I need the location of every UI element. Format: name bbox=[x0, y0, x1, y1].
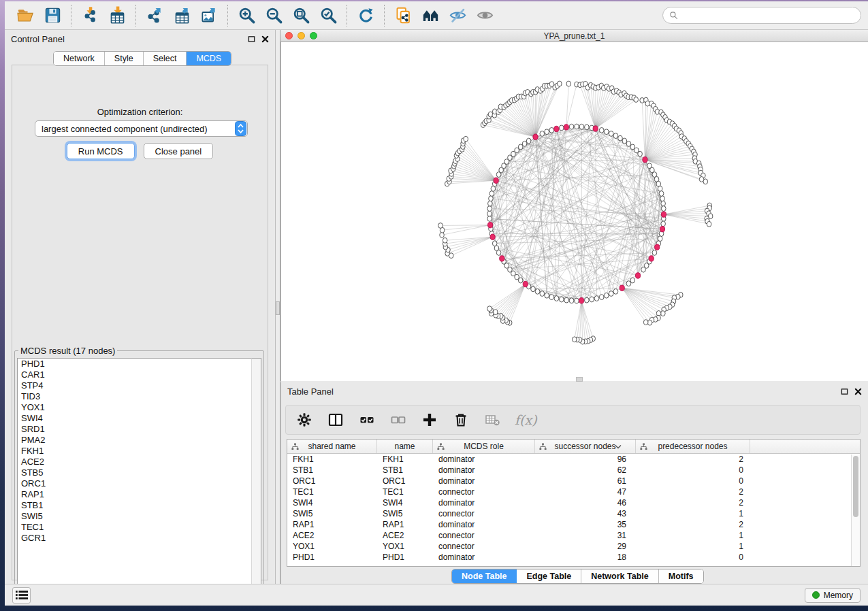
cell-MCDS-role[interactable]: dominator bbox=[433, 552, 535, 563]
cell-shared-name[interactable]: PHD1 bbox=[287, 552, 377, 563]
graph-node[interactable] bbox=[661, 221, 666, 227]
cell-predecessor-nodes[interactable]: 1 bbox=[636, 541, 750, 552]
graph-hub-node[interactable] bbox=[487, 222, 492, 228]
tab-network[interactable]: Network bbox=[54, 52, 105, 65]
graph-node[interactable] bbox=[554, 296, 559, 301]
task-history-button[interactable] bbox=[12, 587, 31, 604]
table-row[interactable]: RAP1RAP1dominator352 bbox=[287, 519, 860, 530]
graph-hub-node[interactable] bbox=[500, 256, 504, 261]
graph-node[interactable] bbox=[575, 124, 579, 129]
cell-shared-name[interactable]: FKH1 bbox=[287, 454, 377, 465]
cell-shared-name[interactable]: STB1 bbox=[287, 465, 377, 476]
graph-node[interactable] bbox=[661, 201, 666, 206]
graph-hub-node[interactable] bbox=[533, 134, 538, 139]
settings-button[interactable] bbox=[294, 409, 315, 431]
network-canvas[interactable] bbox=[280, 42, 868, 381]
mcds-result-item[interactable]: STP4 bbox=[18, 380, 251, 391]
column-header-predecessor-nodes[interactable]: predecessor nodes bbox=[636, 440, 750, 453]
graph-node[interactable] bbox=[487, 211, 492, 216]
graph-node[interactable] bbox=[618, 135, 623, 141]
memory-button[interactable]: Memory bbox=[805, 588, 861, 603]
cell-successor-nodes[interactable]: 29 bbox=[535, 541, 636, 552]
panel-splitter[interactable] bbox=[275, 30, 280, 584]
graph-hub-node[interactable] bbox=[635, 273, 640, 278]
graph-node[interactable] bbox=[638, 151, 643, 156]
save-session-button[interactable] bbox=[39, 3, 66, 28]
zoom-fit-button[interactable] bbox=[287, 3, 315, 28]
table-row[interactable]: PHD1PHD1dominator180 bbox=[287, 552, 860, 563]
cell-shared-name[interactable]: TEC1 bbox=[287, 486, 377, 497]
cell-predecessor-nodes[interactable]: 0 bbox=[636, 476, 750, 486]
graph-node[interactable] bbox=[518, 144, 523, 150]
cell-predecessor-nodes[interactable]: 0 bbox=[636, 465, 750, 476]
import-table-button[interactable] bbox=[103, 3, 131, 28]
mcds-result-item[interactable]: SRD1 bbox=[18, 424, 251, 435]
mcds-result-item[interactable]: STB1 bbox=[18, 500, 251, 511]
close-table-panel-icon[interactable] bbox=[854, 388, 862, 395]
table-row[interactable]: STB1STB1dominator620 bbox=[287, 465, 860, 476]
search-input[interactable] bbox=[682, 10, 854, 21]
graph-hub-node[interactable] bbox=[579, 298, 584, 303]
tab-select[interactable]: Select bbox=[144, 52, 187, 65]
cell-shared-name[interactable]: RAP1 bbox=[287, 519, 377, 530]
column-header-MCDS-role[interactable]: MCDS role bbox=[433, 440, 535, 453]
table-row[interactable]: SWI5SWI5connector431 bbox=[287, 508, 860, 519]
table-row[interactable]: SWI4SWI4dominator462 bbox=[287, 497, 860, 508]
mcds-result-item[interactable]: SWI4 bbox=[18, 413, 251, 424]
graph-node[interactable] bbox=[590, 297, 594, 302]
mcds-result-item[interactable]: TEC1 bbox=[18, 522, 251, 533]
graph-node[interactable] bbox=[492, 241, 497, 246]
cell-shared-name[interactable]: YOX1 bbox=[287, 541, 377, 552]
cell-successor-nodes[interactable]: 46 bbox=[535, 497, 636, 508]
cell-predecessor-nodes[interactable]: 1 bbox=[636, 530, 750, 541]
graph-node[interactable] bbox=[661, 206, 666, 212]
graph-node[interactable] bbox=[609, 291, 613, 297]
graph-node[interactable] bbox=[559, 297, 564, 302]
float-table-panel-icon[interactable] bbox=[841, 388, 848, 395]
graph-node[interactable] bbox=[579, 124, 584, 129]
graph-node[interactable] bbox=[585, 125, 590, 130]
graph-hub-node[interactable] bbox=[643, 156, 647, 162]
graph-node[interactable] bbox=[569, 298, 574, 303]
graph-node[interactable] bbox=[558, 81, 562, 86]
graph-node[interactable] bbox=[566, 81, 571, 86]
graph-node[interactable] bbox=[549, 127, 554, 133]
tab-node-table[interactable]: Node Table bbox=[452, 569, 517, 583]
zoom-in-button[interactable] bbox=[233, 3, 260, 28]
cell-predecessor-nodes[interactable]: 2 bbox=[636, 497, 750, 508]
cell-successor-nodes[interactable]: 43 bbox=[535, 508, 636, 519]
graph-node[interactable] bbox=[572, 337, 577, 342]
zoom-out-button[interactable] bbox=[260, 3, 287, 28]
cell-MCDS-role[interactable]: dominator bbox=[433, 497, 535, 508]
graph-node[interactable] bbox=[443, 237, 447, 243]
deselect-all-button[interactable] bbox=[388, 409, 408, 431]
graph-node[interactable] bbox=[707, 221, 711, 227]
graph-hub-node[interactable] bbox=[661, 212, 666, 217]
graph-node[interactable] bbox=[487, 206, 492, 212]
run-mcds-button[interactable]: Run MCDS bbox=[67, 143, 135, 159]
graph-node[interactable] bbox=[660, 196, 665, 201]
cell-MCDS-role[interactable]: dominator bbox=[433, 454, 535, 465]
refresh-layout-button[interactable] bbox=[352, 3, 379, 28]
graph-node[interactable] bbox=[613, 288, 618, 294]
graph-hub-node[interactable] bbox=[494, 178, 498, 183]
column-header-shared-name[interactable]: shared name bbox=[287, 440, 377, 453]
graph-node[interactable] bbox=[540, 131, 545, 137]
graph-node[interactable] bbox=[526, 138, 531, 144]
graph-node[interactable] bbox=[559, 125, 564, 131]
graph-node[interactable] bbox=[487, 216, 492, 222]
cell-MCDS-role[interactable]: connector bbox=[433, 530, 535, 541]
tab-mcds[interactable]: MCDS bbox=[187, 52, 231, 65]
graph-node[interactable] bbox=[464, 136, 468, 142]
mcds-list-scrollbar[interactable] bbox=[251, 358, 261, 597]
table-scrollbar[interactable] bbox=[851, 455, 860, 566]
cell-name[interactable]: ORC1 bbox=[377, 476, 433, 486]
cell-successor-nodes[interactable]: 96 bbox=[535, 454, 636, 465]
cell-predecessor-nodes[interactable]: 0 bbox=[636, 552, 750, 563]
network-graph[interactable] bbox=[281, 42, 868, 381]
float-panel-icon[interactable] bbox=[248, 35, 255, 43]
tab-motifs[interactable]: Motifs bbox=[659, 569, 703, 583]
splitter-grip[interactable] bbox=[276, 301, 280, 315]
cell-predecessor-nodes[interactable]: 1 bbox=[636, 508, 750, 519]
cell-successor-nodes[interactable]: 31 bbox=[535, 530, 636, 541]
